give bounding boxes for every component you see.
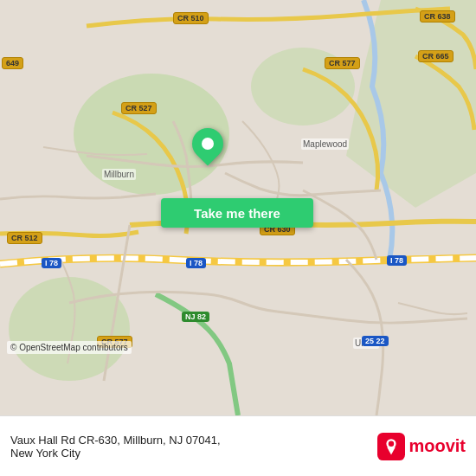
shield-i78-center: I 78	[186, 258, 206, 268]
shield-i78-left: I 78	[42, 258, 61, 268]
maplewood-label: Maplewood	[301, 138, 349, 150]
shield-2522: 25 22	[362, 336, 389, 346]
address-line: Vaux Hall Rd CR-630, Millburn, NJ 07041,	[10, 434, 221, 447]
location-pin	[192, 128, 223, 159]
svg-point-7	[389, 441, 394, 446]
pin-center	[202, 138, 214, 150]
shield-cr577-top: CR 577	[325, 57, 360, 69]
osm-attribution: © OpenStreetMap contributors	[7, 341, 132, 354]
map-container: Millburn Maplewood Union CR 510 CR 638 6…	[0, 0, 476, 415]
take-me-there-button[interactable]: Take me there	[161, 198, 313, 228]
address-block: Vaux Hall Rd CR-630, Millburn, NJ 07041,…	[10, 434, 221, 460]
shield-cr512: CR 512	[7, 232, 42, 244]
shield-cr510: CR 510	[173, 12, 209, 24]
shield-cr638: CR 638	[420, 10, 455, 23]
moovit-logo: moovit	[377, 433, 466, 460]
shield-nj82: NJ 82	[182, 312, 209, 322]
shield-649: 649	[2, 57, 23, 69]
pin-marker	[186, 122, 230, 166]
info-bar: Vaux Hall Rd CR-630, Millburn, NJ 07041,…	[0, 415, 476, 476]
shield-cr527: CR 527	[121, 102, 157, 114]
millburn-label: Millburn	[102, 169, 136, 180]
shield-cr665: CR 665	[418, 50, 453, 62]
moovit-text: moovit	[408, 436, 466, 456]
shield-i78-right: I 78	[387, 255, 407, 266]
moovit-logo-icon	[377, 433, 405, 460]
city-line: New York City	[10, 447, 221, 460]
